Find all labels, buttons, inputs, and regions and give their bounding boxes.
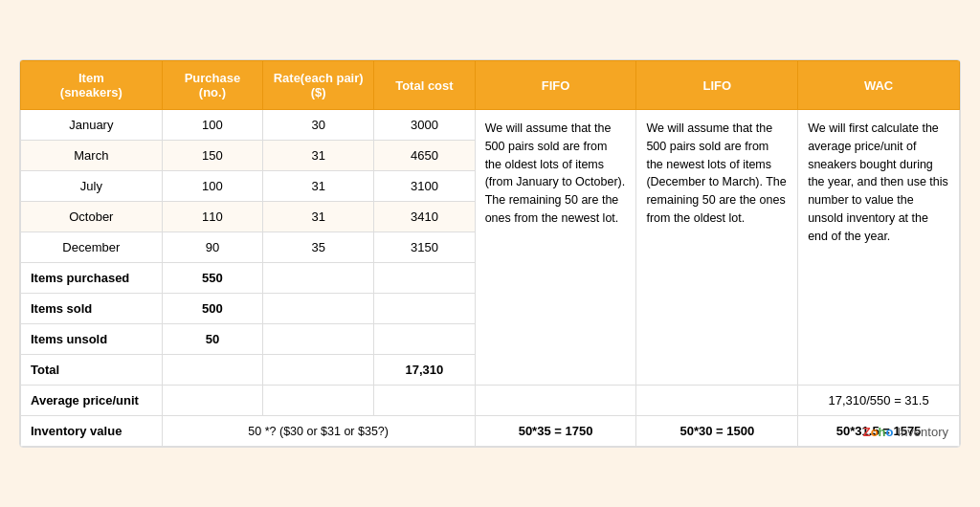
summary-row-inv-value: Inventory value 50 *? ($30 or $31 or $35… [21,416,960,447]
wac-description: We will first calculate the average pric… [798,110,960,386]
avg-price-wac: 17,310/550 = 31.5 [798,386,960,416]
col-header-wac: WAC [798,61,960,110]
lifo-description: We will assume that the 500 pairs sold a… [636,110,798,386]
col-header-fifo: FIFO [475,61,636,110]
rate-march: 31 [263,141,374,171]
avg-price-label: Average price/unit [21,386,163,416]
rate-july: 31 [263,171,374,202]
total-march: 4650 [374,141,475,171]
summary-row-avg: Average price/unit 17,310/550 = 31.5 [21,386,960,416]
inv-value-label: Inventory value [21,416,163,447]
purchase-july: 100 [162,171,262,202]
item-december: December [21,232,163,263]
table-row: January 100 30 3000 We will assume that … [21,110,960,141]
inv-value-fifo: 50*35 = 1750 [475,416,636,447]
total-january: 3000 [374,110,475,141]
total-label: Total [21,355,163,386]
items-sold-label: Items sold [21,294,163,324]
brand-inventory-text: Inventory [898,425,948,439]
items-unsold-label: Items unsold [21,324,163,355]
total-december: 3150 [374,232,475,263]
items-unsold-value: 50 [162,324,262,355]
col-header-lifo: LIFO [636,61,798,110]
inv-value-col1: 50 *? ($30 or $31 or $35?) [162,416,475,447]
purchase-october: 110 [162,202,262,232]
purchase-december: 90 [162,232,262,263]
col-header-item: Item (sneakers) [21,61,163,110]
item-march: March [21,141,163,171]
item-july: July [21,171,163,202]
brand-logo: Zoho Inventory [863,425,948,439]
total-value: 17,310 [374,355,475,386]
rate-october: 31 [263,202,374,232]
items-sold-value: 500 [162,294,262,324]
items-purchased-label: Items purchased [21,263,163,294]
items-purchased-value: 550 [162,263,262,294]
rate-january: 30 [263,110,374,141]
col-header-rate: Rate(each pair) ($) [263,61,374,110]
fifo-description: We will assume that the 500 pairs sold a… [475,110,636,386]
total-july: 3100 [374,171,475,202]
col-header-total: Total cost [374,61,475,110]
purchase-march: 150 [162,141,262,171]
col-header-purchase: Purchase (no.) [162,61,262,110]
purchase-january: 100 [162,110,262,141]
inv-value-lifo: 50*30 = 1500 [636,416,798,447]
rate-december: 35 [263,232,374,263]
total-october: 3410 [374,202,475,232]
item-january: January [21,110,163,141]
main-container: Item (sneakers) Purchase (no.) Rate(each… [19,59,961,448]
item-october: October [21,202,163,232]
